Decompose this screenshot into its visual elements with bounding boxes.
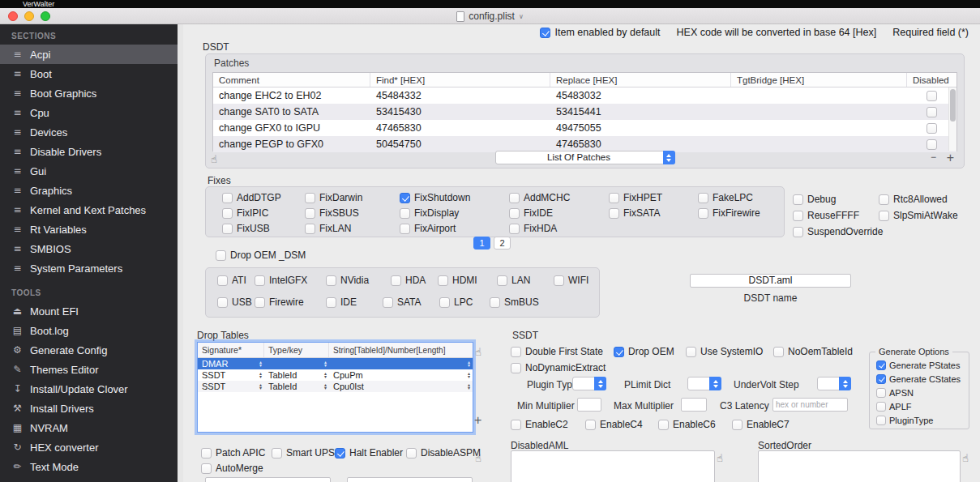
- patch-replace-cell[interactable]: 53415441: [550, 104, 731, 120]
- sidebar-item-rt-variables[interactable]: ≡Rt Variables: [0, 220, 178, 239]
- column-header-replace[interactable]: Replace [HEX]: [550, 73, 731, 87]
- fix-adddtgp[interactable]: AddDTGP: [222, 192, 305, 203]
- list-of-patches-select[interactable]: List Of Patches: [495, 151, 675, 164]
- stepper-icon[interactable]: ▴▾: [324, 383, 327, 390]
- signature-cell[interactable]: DMAR: [202, 359, 228, 369]
- fix-fakelpc[interactable]: FakeLPC: [698, 192, 753, 203]
- patch-find-cell[interactable]: 53415430: [370, 104, 550, 120]
- tool-boot-log[interactable]: ▤Boot.log: [0, 321, 178, 340]
- patch-replace-cell[interactable]: 49475055: [550, 120, 731, 136]
- check-enablec6[interactable]: EnableC6: [658, 419, 716, 430]
- patch-tgtbridge-cell[interactable]: [731, 87, 907, 104]
- check-hdmi[interactable]: HDMI: [438, 275, 497, 286]
- add-drop-table-button[interactable]: +: [474, 413, 481, 428]
- check-sata[interactable]: SATA: [383, 296, 439, 308]
- disabledaml-textarea[interactable]: [511, 450, 715, 482]
- fix-fixide[interactable]: FixIDE: [509, 207, 609, 219]
- check-generate-pstates[interactable]: Generate PStates: [876, 360, 960, 370]
- check-smbus[interactable]: SmBUS: [490, 296, 539, 308]
- stepper-icon[interactable]: ▴▾: [468, 360, 470, 368]
- column-header-disabled[interactable]: Disabled: [907, 73, 956, 87]
- patch-row[interactable]: change EHC2 to EH02 45484332 45483032: [213, 87, 956, 104]
- patch-tgtbridge-cell[interactable]: [731, 104, 907, 120]
- fix-fixipic[interactable]: FixIPIC: [222, 207, 305, 219]
- min-multiplier-input[interactable]: [577, 398, 601, 412]
- check-aplf[interactable]: APLF: [876, 402, 912, 412]
- check-use-systemio[interactable]: Use SystemIO: [686, 346, 763, 357]
- drag-hand-icon[interactable]: ☝: [962, 452, 969, 464]
- tool-install-drivers[interactable]: ⚒Install Drivers: [0, 399, 178, 418]
- check-plugintype[interactable]: PluginType: [876, 416, 933, 425]
- fix-fixsbus[interactable]: FixSBUS: [305, 207, 400, 219]
- check-drop-oem[interactable]: Drop OEM: [614, 346, 674, 357]
- stepper-icon[interactable]: ▴▾: [259, 372, 262, 379]
- patch-tgtbridge-cell[interactable]: [731, 136, 907, 152]
- check-patch-apic[interactable]: Patch APIC: [201, 447, 265, 459]
- sidebar-item-devices[interactable]: ≡Devices: [0, 122, 178, 142]
- sidebar-item-cpu[interactable]: ≡Cpu: [0, 103, 178, 122]
- stepper-icon[interactable]: ▴▾: [324, 360, 327, 368]
- column-header-comment[interactable]: Comment: [213, 73, 370, 87]
- drag-hand-icon[interactable]: ☝: [475, 452, 481, 464]
- window-title-text[interactable]: config.plist: [469, 11, 515, 22]
- drag-hand-icon[interactable]: ☝: [475, 346, 481, 358]
- fix-fixsata[interactable]: FixSATA: [609, 207, 698, 219]
- check-enablec2[interactable]: EnableC2: [511, 419, 568, 430]
- check-drop-oem-dsm[interactable]: Drop OEM _DSM: [216, 250, 306, 261]
- patch-comment-cell[interactable]: change SAT0 to SATA: [213, 104, 370, 120]
- sidebar-item-acpi[interactable]: ≡Acpi: [0, 45, 178, 64]
- stepper-icon[interactable]: ▴▾: [468, 383, 470, 390]
- remove-patch-button[interactable]: −: [931, 151, 936, 163]
- fix-addmchc[interactable]: AddMCHC: [509, 192, 609, 203]
- column-header-string-number[interactable]: String[TableId]/Number[Length]: [329, 343, 473, 357]
- stepper-icon[interactable]: ▴▾: [324, 372, 327, 379]
- check-firewire[interactable]: Firewire: [255, 296, 326, 308]
- drop-table-row-ssdt-cpupm[interactable]: SSDT▴▾ TableId▴▾ CpuPm▴▾: [198, 369, 473, 381]
- sidebar-item-boot-graphics[interactable]: ≡Boot Graphics: [0, 83, 178, 103]
- tool-install-update-clover[interactable]: ↧Install/Update Clover: [0, 379, 178, 399]
- fix-fixhda[interactable]: FixHDA: [509, 223, 557, 234]
- sidebar-item-graphics[interactable]: ≡Graphics: [0, 181, 178, 200]
- patch-row[interactable]: change PEGP to GFX0 50454750 47465830: [213, 136, 956, 152]
- column-header-find[interactable]: Find* [HEX]: [370, 73, 550, 87]
- column-header-tgtbridge[interactable]: TgtBridge [HEX]: [731, 73, 907, 87]
- fix-fixhpet[interactable]: FixHPET: [609, 192, 698, 203]
- string-number-cell[interactable]: CpuPm: [333, 370, 363, 380]
- patches-scrollbar-thumb[interactable]: [950, 89, 956, 122]
- stepper-icon[interactable]: ▴▾: [259, 360, 262, 368]
- check-usb[interactable]: USB: [217, 296, 255, 308]
- sidebar-item-gui[interactable]: ≡Gui: [0, 161, 178, 181]
- bottom-left-input-1[interactable]: [205, 477, 331, 482]
- fix-fixdisplay[interactable]: FixDisplay: [400, 207, 509, 219]
- drag-hand-icon[interactable]: ☝: [211, 153, 217, 165]
- max-multiplier-input[interactable]: [681, 398, 707, 412]
- signature-cell[interactable]: SSDT: [202, 382, 225, 391]
- drop-table-row-dmar[interactable]: DMAR▴▾ ▴▾ ▴▾: [198, 358, 473, 369]
- check-reuseffff[interactable]: ReuseFFFF: [793, 210, 859, 221]
- fixes-page-2-button[interactable]: 2: [494, 237, 511, 250]
- sidebar-scrollbar[interactable]: [178, 24, 183, 482]
- patch-row[interactable]: change GFX0 to IGPU 47465830 49475055: [213, 120, 956, 136]
- check-wifi[interactable]: WIFI: [554, 275, 588, 286]
- undervolt-step-select[interactable]: [817, 377, 851, 390]
- patch-disabled-checkbox[interactable]: [927, 123, 937, 134]
- check-slpsmiatwake[interactable]: SlpSmiAtWake: [879, 210, 958, 221]
- check-lpc[interactable]: LPC: [439, 296, 490, 308]
- column-header-signature[interactable]: Signature*: [198, 343, 264, 357]
- sidebar-item-kernel-and-kext-patches[interactable]: ≡Kernel and Kext Patches: [0, 200, 178, 220]
- check-hda[interactable]: HDA: [391, 275, 438, 286]
- patch-find-cell[interactable]: 45484332: [370, 87, 550, 104]
- check-apsn[interactable]: APSN: [876, 388, 914, 398]
- patch-row[interactable]: change SAT0 to SATA 53415430 53415441: [213, 104, 956, 120]
- bottom-left-input-2[interactable]: [347, 477, 473, 482]
- patch-disabled-checkbox[interactable]: [927, 107, 937, 117]
- patch-find-cell[interactable]: 47465830: [370, 120, 550, 136]
- sidebar-item-disable-drivers[interactable]: ≡Disable Drivers: [0, 142, 178, 161]
- title-chevron-down-icon[interactable]: ∨: [519, 13, 524, 20]
- check-nodynamicextract[interactable]: NoDynamicExtract: [511, 362, 606, 373]
- c3-latency-input[interactable]: hex or number: [772, 398, 848, 412]
- fix-fixlan[interactable]: FixLAN: [305, 223, 400, 234]
- plugin-type-select[interactable]: [572, 377, 606, 390]
- check-lan[interactable]: LAN: [497, 275, 554, 286]
- check-suspendoverride[interactable]: SuspendOverride: [793, 226, 883, 237]
